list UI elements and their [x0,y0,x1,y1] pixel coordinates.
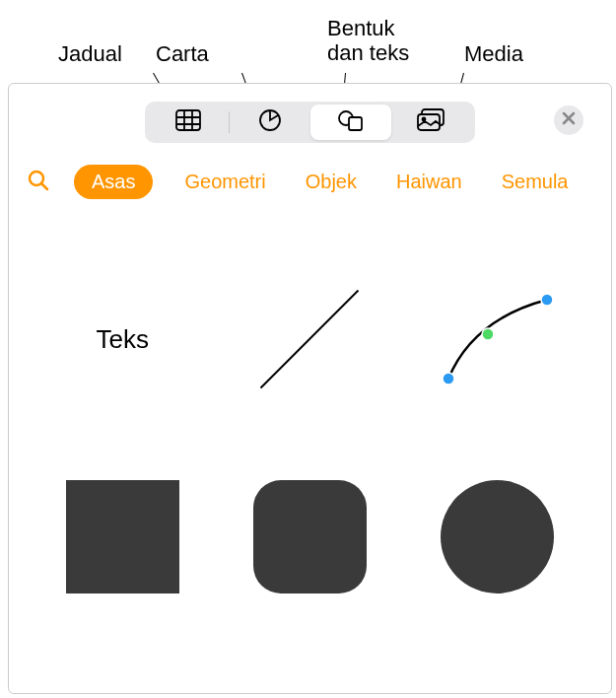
category-tab-asas[interactable]: Asas [74,165,153,199]
shapes-icon [337,108,365,136]
category-tab-objek[interactable]: Objek [298,165,365,199]
chart-icon [258,108,282,136]
segmented-control [145,102,475,143]
shapes-button[interactable] [310,105,391,140]
svg-rect-0 [176,110,200,130]
category-tab-haiwan[interactable]: Haiwan [388,165,470,199]
table-button[interactable] [148,105,229,140]
shapes-grid: Teks [9,211,611,664]
shape-square[interactable] [38,448,206,625]
shape-curve[interactable] [414,250,582,428]
svg-point-17 [541,294,553,306]
table-icon [175,109,201,135]
close-icon [562,111,576,129]
text-shape-label: Teks [96,324,148,355]
media-icon [417,108,446,136]
line-icon [255,285,364,393]
category-bar: Asas Geometri Objek Haiwan Semula [9,157,611,211]
close-button[interactable] [554,105,583,135]
search-button[interactable] [27,169,50,196]
svg-point-16 [482,328,494,340]
category-tab-semula[interactable]: Semula [494,165,577,199]
category-tab-geometri[interactable]: Geometri [176,165,273,199]
svg-point-15 [443,373,454,384]
square-icon [66,480,179,593]
callout-labels-area: Jadual Carta Bentuk dan teks Media [0,0,616,83]
callout-label-media: Media [464,41,523,66]
svg-rect-7 [349,117,362,130]
curve-icon [434,285,562,393]
circle-icon [441,480,554,593]
shape-line[interactable] [226,250,393,428]
chart-button[interactable] [230,105,310,140]
search-icon [27,169,50,196]
callout-label-jadual: Jadual [58,41,122,66]
toolbar [9,84,611,157]
svg-line-14 [41,183,47,189]
shape-circle[interactable] [414,448,582,625]
media-button[interactable] [391,105,472,140]
callout-label-bentuk: Bentuk dan teks [327,16,409,66]
callout-label-carta: Carta [156,41,209,66]
rounded-square-icon [253,480,367,593]
shape-rounded-square[interactable] [226,448,393,625]
shape-text[interactable]: Teks [38,250,206,428]
insert-panel: Asas Geometri Objek Haiwan Semula Teks [8,83,612,694]
